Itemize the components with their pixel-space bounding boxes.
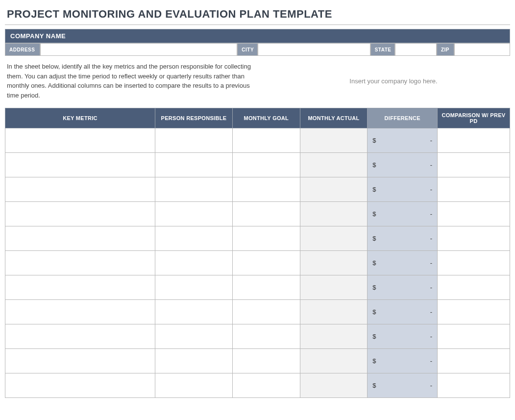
cell-person[interactable] — [155, 153, 232, 177]
diff-value: - — [430, 137, 432, 144]
cell-actual[interactable] — [300, 153, 368, 177]
cell-goal[interactable] — [233, 373, 300, 398]
cell-person[interactable] — [155, 275, 232, 300]
table-row: $- — [5, 300, 510, 324]
cell-goal[interactable] — [233, 300, 300, 324]
cell-goal[interactable] — [233, 324, 300, 349]
cell-goal[interactable] — [233, 275, 300, 300]
cell-person[interactable] — [155, 300, 232, 324]
diff-prefix: $ — [372, 333, 376, 340]
cell-key-metric[interactable] — [5, 324, 155, 349]
cell-key-metric[interactable] — [5, 251, 155, 275]
cell-difference: $- — [368, 349, 438, 373]
cell-person[interactable] — [155, 373, 232, 398]
cell-difference: $- — [368, 153, 438, 177]
cell-comparison[interactable] — [438, 373, 510, 398]
cell-comparison[interactable] — [438, 226, 510, 251]
cell-actual[interactable] — [300, 226, 368, 251]
cell-comparison[interactable] — [438, 153, 510, 177]
cell-difference: $- — [368, 373, 438, 398]
state-label: STATE — [370, 43, 395, 56]
cell-actual[interactable] — [300, 300, 368, 324]
cell-key-metric[interactable] — [5, 153, 155, 177]
diff-value: - — [430, 235, 432, 242]
cell-person[interactable] — [155, 349, 232, 373]
cell-actual[interactable] — [300, 349, 368, 373]
cell-goal[interactable] — [233, 251, 300, 275]
cell-goal[interactable] — [233, 202, 300, 226]
diff-value: - — [430, 284, 432, 291]
diff-prefix: $ — [372, 382, 376, 389]
cell-key-metric[interactable] — [5, 275, 155, 300]
diff-prefix: $ — [372, 137, 376, 144]
cell-difference: $- — [368, 275, 438, 300]
cell-actual[interactable] — [300, 128, 368, 153]
cell-difference: $- — [368, 251, 438, 275]
cell-person[interactable] — [155, 128, 232, 153]
cell-key-metric[interactable] — [5, 202, 155, 226]
cell-comparison[interactable] — [438, 324, 510, 349]
cell-actual[interactable] — [300, 373, 368, 398]
state-field[interactable] — [395, 43, 437, 56]
cell-goal[interactable] — [233, 177, 300, 202]
diff-value: - — [430, 333, 432, 340]
header-person: PERSON RESPONSIBLE — [155, 108, 232, 128]
cell-comparison[interactable] — [438, 128, 510, 153]
cell-goal[interactable] — [233, 349, 300, 373]
header-goal: MONTHLY GOAL — [233, 108, 300, 128]
cell-comparison[interactable] — [438, 251, 510, 275]
cell-comparison[interactable] — [438, 275, 510, 300]
cell-comparison[interactable] — [438, 349, 510, 373]
cell-actual[interactable] — [300, 251, 368, 275]
cell-comparison[interactable] — [438, 202, 510, 226]
page-title: PROJECT MONITORING AND EVALUATION PLAN T… — [5, 5, 510, 25]
cell-key-metric[interactable] — [5, 226, 155, 251]
cell-difference: $- — [368, 128, 438, 153]
zip-label: ZIP — [437, 43, 454, 56]
diff-prefix: $ — [372, 186, 376, 193]
cell-key-metric[interactable] — [5, 349, 155, 373]
company-name-bar[interactable]: COMPANY NAME — [5, 29, 510, 43]
cell-difference: $- — [368, 300, 438, 324]
table-row: $- — [5, 226, 510, 251]
cell-actual[interactable] — [300, 177, 368, 202]
cell-difference: $- — [368, 324, 438, 349]
table-row: $- — [5, 177, 510, 202]
cell-comparison[interactable] — [438, 300, 510, 324]
cell-actual[interactable] — [300, 324, 368, 349]
cell-actual[interactable] — [300, 202, 368, 226]
cell-goal[interactable] — [233, 226, 300, 251]
diff-value: - — [430, 161, 432, 169]
cell-key-metric[interactable] — [5, 373, 155, 398]
cell-difference: $- — [368, 226, 438, 251]
company-info-row: ADDRESS CITY STATE ZIP — [5, 43, 510, 56]
table-row: $- — [5, 349, 510, 373]
city-field[interactable] — [258, 43, 370, 56]
cell-key-metric[interactable] — [5, 177, 155, 202]
diff-prefix: $ — [372, 357, 376, 365]
cell-actual[interactable] — [300, 275, 368, 300]
diff-prefix: $ — [372, 308, 376, 316]
table-row: $- — [5, 251, 510, 275]
logo-placeholder[interactable]: Insert your company logo here. — [279, 62, 508, 100]
cell-person[interactable] — [155, 177, 232, 202]
cell-goal[interactable] — [233, 153, 300, 177]
header-actual: MONTHLY ACTUAL — [300, 108, 368, 128]
cell-person[interactable] — [155, 202, 232, 226]
cell-person[interactable] — [155, 324, 232, 349]
diff-value: - — [430, 259, 432, 267]
zip-field[interactable] — [454, 43, 510, 56]
diff-prefix: $ — [372, 235, 376, 242]
cell-key-metric[interactable] — [5, 128, 155, 153]
cell-comparison[interactable] — [438, 177, 510, 202]
cell-key-metric[interactable] — [5, 300, 155, 324]
cell-person[interactable] — [155, 226, 232, 251]
cell-difference: $- — [368, 202, 438, 226]
cell-goal[interactable] — [233, 128, 300, 153]
diff-prefix: $ — [372, 284, 376, 291]
address-field[interactable] — [40, 43, 237, 56]
diff-prefix: $ — [372, 210, 376, 218]
city-label: CITY — [237, 43, 258, 56]
diff-prefix: $ — [372, 259, 376, 267]
cell-person[interactable] — [155, 251, 232, 275]
